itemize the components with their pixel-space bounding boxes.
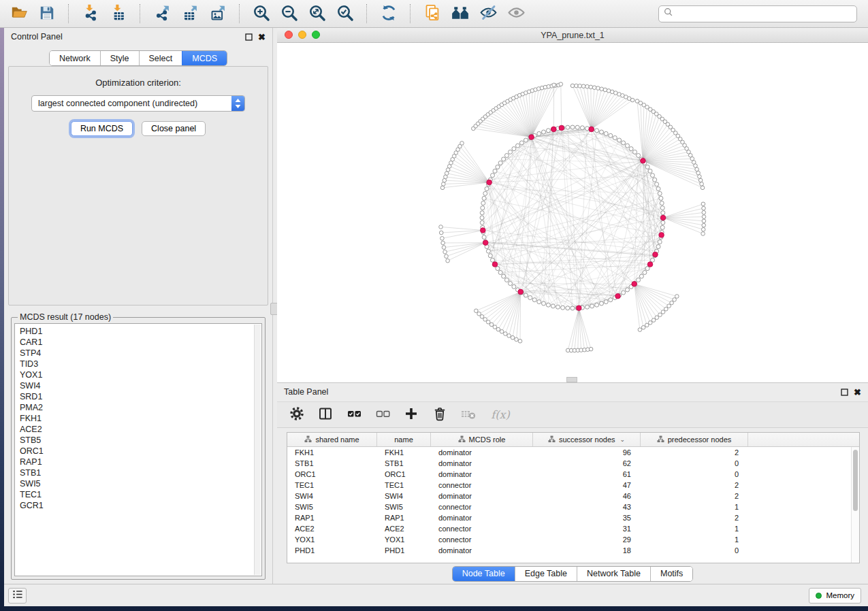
close-table-panel-button[interactable]: ✖ — [854, 388, 861, 397]
table-cell: 29 — [533, 535, 641, 544]
result-node-item[interactable]: TEC1 — [20, 489, 253, 500]
column-header-mcds-role[interactable]: MCDS role — [431, 433, 533, 446]
tab-motifs[interactable]: Motifs — [650, 567, 692, 581]
floppy-save-icon — [38, 4, 56, 24]
optimization-select[interactable]: largest connected component (undirected) — [31, 95, 245, 112]
memory-button[interactable]: Memory — [809, 588, 861, 604]
close-panel-button[interactable]: ✖ — [258, 33, 266, 42]
result-node-item[interactable]: STP4 — [20, 348, 253, 359]
search-input[interactable] — [677, 7, 852, 20]
column-header-predecessor-nodes[interactable]: predecessor nodes — [641, 433, 748, 446]
apply-layout-button[interactable] — [376, 2, 401, 25]
table-cell: dominator — [431, 514, 533, 522]
close-icon: ✖ — [258, 33, 266, 42]
close-mcds-panel-button[interactable]: Close panel — [142, 121, 206, 136]
network-canvas[interactable] — [277, 43, 868, 382]
tab-style[interactable]: Style — [100, 51, 139, 65]
table-cell: 0 — [641, 546, 748, 555]
float-table-panel-button[interactable] — [841, 389, 848, 396]
tab-edge-table[interactable]: Edge Table — [515, 567, 577, 581]
table-cell: 1 — [641, 503, 748, 511]
first-neighbors-button[interactable] — [448, 2, 472, 25]
tab-select[interactable]: Select — [139, 51, 182, 65]
table-row[interactable]: STB1STB1dominator620 — [287, 458, 859, 469]
tab-mcds[interactable]: MCDS — [182, 51, 227, 65]
close-icon: ✖ — [854, 388, 861, 397]
control-panel: Control Panel ✖ NetworkStyleSelectMCDS O… — [4, 28, 272, 584]
horizontal-splitter-grip[interactable] — [566, 377, 577, 382]
result-node-item[interactable]: TID3 — [20, 359, 253, 369]
table-mode-button[interactable] — [288, 406, 306, 424]
result-node-item[interactable]: PHD1 — [20, 326, 253, 337]
table-row[interactable]: RAP1RAP1dominator352 — [287, 512, 859, 523]
export-table-button[interactable] — [178, 2, 202, 25]
select-all-button[interactable] — [345, 406, 363, 424]
panel-splitter[interactable] — [272, 28, 277, 584]
tab-network-table[interactable]: Network Table — [577, 567, 650, 581]
result-node-item[interactable]: RAP1 — [20, 457, 253, 467]
column-header-successor-nodes[interactable]: successor nodes⌄ — [533, 433, 641, 446]
result-node-item[interactable]: ACE2 — [20, 424, 253, 435]
result-node-item[interactable]: ORC1 — [20, 446, 253, 457]
result-node-item[interactable]: CAR1 — [20, 337, 253, 348]
new-network-from-selection-button[interactable] — [420, 2, 445, 25]
import-table-button[interactable] — [106, 2, 131, 25]
minimize-window-icon[interactable] — [298, 31, 306, 39]
zoom-in-button[interactable] — [249, 2, 274, 25]
tab-network[interactable]: Network — [50, 51, 100, 65]
table-row[interactable]: SWI5SWI5connector431 — [287, 501, 859, 512]
deselect-all-button[interactable] — [374, 406, 391, 424]
delete-column-button[interactable] — [431, 406, 449, 424]
zoom-out-button[interactable] — [277, 2, 302, 25]
scrollbar-thumb[interactable] — [853, 450, 858, 511]
table-row[interactable]: YOX1YOX1connector291 — [287, 534, 859, 545]
create-column-button[interactable] — [402, 406, 420, 424]
table-scrollbar[interactable] — [851, 447, 859, 563]
table-row[interactable]: ORC1ORC1dominator610 — [287, 469, 859, 480]
result-node-item[interactable]: YOX1 — [20, 369, 253, 380]
close-window-icon[interactable] — [285, 31, 293, 39]
result-list-scrollbar[interactable] — [254, 325, 261, 575]
column-header-shared-name[interactable]: shared name — [287, 433, 377, 446]
table-cell: STB1 — [377, 459, 431, 467]
task-history-button[interactable] — [8, 588, 27, 604]
show-all-button[interactable] — [504, 2, 528, 25]
result-node-item[interactable]: GCR1 — [20, 500, 253, 511]
network-window-titlebar[interactable]: YPA_prune.txt_1 — [277, 28, 868, 43]
hide-selected-button[interactable] — [476, 2, 500, 25]
save-session-button[interactable] — [35, 2, 59, 25]
shared-column-icon — [548, 435, 556, 444]
table-row[interactable]: FKH1FKH1dominator962 — [287, 447, 859, 458]
result-node-item[interactable]: SWI4 — [20, 380, 253, 391]
import-network-button[interactable] — [78, 2, 103, 25]
export-network-button[interactable] — [150, 2, 174, 25]
run-mcds-button[interactable]: Run MCDS — [71, 121, 133, 136]
zoom-in-icon — [252, 3, 271, 24]
table-row[interactable]: TEC1TEC1connector472 — [287, 480, 859, 491]
fit-content-button[interactable] — [305, 2, 329, 25]
column-header-name[interactable]: name — [377, 433, 431, 446]
zoom-selected-button[interactable] — [333, 2, 357, 25]
export-image-button[interactable] — [206, 2, 230, 25]
table-row[interactable]: SWI4SWI4dominator462 — [287, 491, 859, 501]
result-node-item[interactable]: FKH1 — [20, 413, 253, 424]
node-table[interactable]: shared namenameMCDS rolesuccessor nodes⌄… — [287, 432, 860, 563]
open-session-button[interactable] — [7, 2, 31, 25]
table-row[interactable]: ACE2ACE2connector311 — [287, 523, 859, 534]
show-columns-button[interactable] — [317, 406, 334, 424]
result-node-item[interactable]: PMA2 — [20, 402, 253, 413]
table-row[interactable]: PHD1PHD1dominator180 — [287, 545, 859, 556]
network-graph[interactable] — [277, 43, 868, 383]
tab-node-table[interactable]: Node Table — [453, 567, 515, 581]
zoom-out-icon — [280, 3, 299, 24]
float-panel-button[interactable] — [245, 33, 253, 41]
result-node-item[interactable]: SWI5 — [20, 478, 253, 489]
maximize-window-icon[interactable] — [312, 31, 320, 39]
table-cell: SWI4 — [377, 492, 431, 500]
table-cell: 1 — [641, 525, 748, 533]
mcds-result-list[interactable]: PHD1CAR1STP4TID3YOX1SWI4SRD1PMA2FKH1ACE2… — [14, 323, 262, 576]
result-node-item[interactable]: SRD1 — [20, 391, 253, 402]
search-field[interactable] — [658, 5, 857, 22]
result-node-item[interactable]: STB5 — [20, 435, 253, 446]
result-node-item[interactable]: STB1 — [20, 467, 253, 478]
